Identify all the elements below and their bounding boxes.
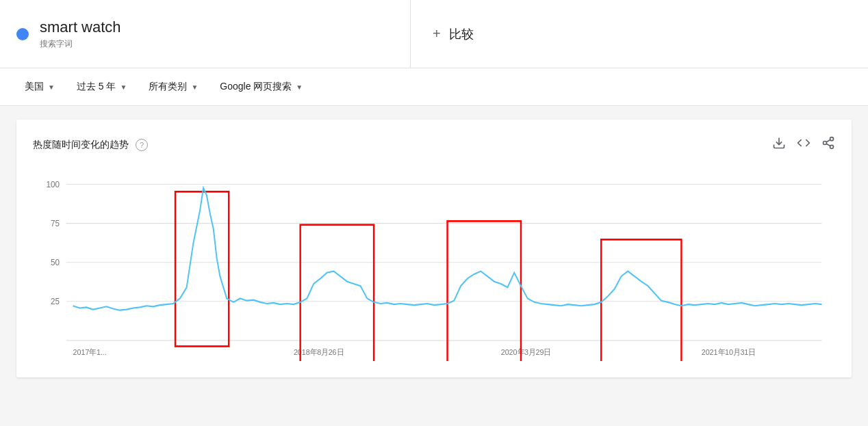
chevron-down-icon: ▼: [191, 83, 198, 91]
svg-rect-22: [601, 239, 681, 361]
svg-point-2: [824, 142, 827, 145]
compare-text: 比较: [449, 26, 474, 42]
svg-line-5: [826, 139, 830, 142]
chevron-down-icon: ▼: [296, 83, 303, 91]
chevron-down-icon: ▼: [120, 83, 127, 91]
filter-region[interactable]: 美国 ▼: [16, 77, 63, 97]
svg-rect-19: [175, 191, 229, 346]
embed-icon[interactable]: [797, 136, 810, 153]
compare-plus-icon: +: [433, 26, 441, 42]
filter-bar: 美国 ▼ 过去 5 年 ▼ 所有类别 ▼ Google 网页搜索 ▼: [0, 68, 868, 106]
svg-text:75: 75: [51, 218, 60, 228]
term-info: smart watch 搜索字词: [40, 18, 121, 51]
filter-time[interactable]: 过去 5 年 ▼: [68, 77, 135, 97]
top-bar: smart watch 搜索字词 + 比较: [0, 0, 868, 68]
svg-line-4: [826, 144, 830, 146]
main-chart-card: 热度随时间变化的趋势 ?: [16, 120, 852, 377]
trend-chart: 100 75 50 25 2017年1... 2018年8月26日 2020年3…: [33, 170, 835, 361]
filter-category[interactable]: 所有类别 ▼: [140, 77, 206, 97]
term-label: 搜索字词: [40, 38, 121, 50]
help-icon[interactable]: ?: [136, 139, 148, 151]
filter-search-type-label: Google 网页搜索: [220, 81, 292, 93]
search-term-section: smart watch 搜索字词: [0, 0, 411, 68]
share-icon[interactable]: [821, 136, 835, 153]
search-term-dot: [16, 28, 29, 40]
chart-container: 100 75 50 25 2017年1... 2018年8月26日 2020年3…: [33, 170, 835, 361]
card-title: 热度随时间变化的趋势: [33, 139, 129, 151]
svg-text:2021年10月31日: 2021年10月31日: [702, 348, 756, 357]
svg-text:25: 25: [51, 297, 60, 307]
filter-region-label: 美国: [25, 81, 44, 93]
filter-category-label: 所有类别: [149, 81, 187, 93]
compare-section[interactable]: + 比较: [411, 0, 496, 68]
term-name: smart watch: [40, 18, 121, 38]
svg-text:2020年3月29日: 2020年3月29日: [501, 348, 551, 357]
svg-point-3: [830, 145, 834, 148]
svg-text:50: 50: [51, 257, 60, 267]
svg-text:2017年1...: 2017年1...: [73, 348, 107, 357]
filter-time-label: 过去 5 年: [77, 81, 116, 93]
filter-search-type[interactable]: Google 网页搜索 ▼: [212, 77, 311, 97]
svg-point-1: [830, 137, 834, 141]
card-header: 热度随时间变化的趋势 ?: [33, 136, 835, 153]
chevron-down-icon: ▼: [48, 83, 55, 91]
svg-text:100: 100: [47, 179, 60, 189]
download-icon[interactable]: [772, 136, 786, 153]
card-actions: [772, 136, 835, 153]
card-title-row: 热度随时间变化的趋势 ?: [33, 139, 148, 151]
